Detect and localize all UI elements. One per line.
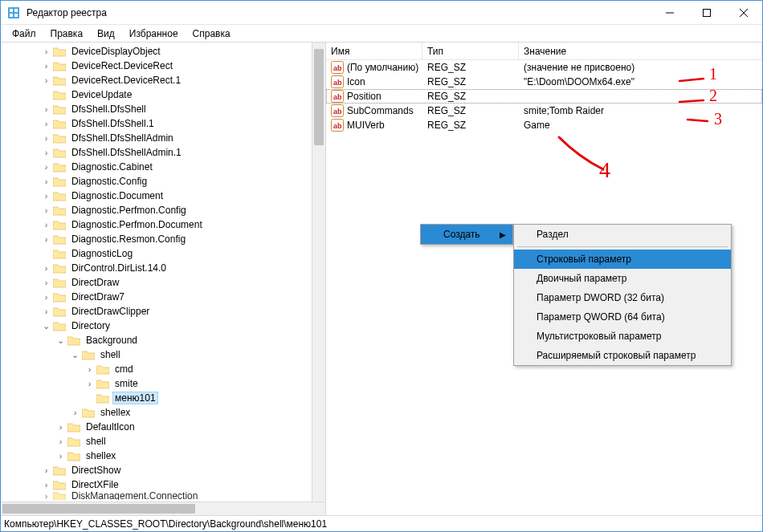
tree-item-label: меню101	[112, 392, 158, 404]
expand-icon[interactable]: ›	[41, 492, 51, 500]
tree-item[interactable]: ⌄Directory	[1, 319, 325, 333]
menu-help[interactable]: Справка	[186, 26, 237, 41]
tree-item[interactable]: ⌄shell	[1, 347, 325, 362]
folder-icon	[53, 132, 66, 144]
tree-item[interactable]: ›DirectDrawClipper	[1, 304, 325, 319]
menu-file[interactable]: Файл	[6, 26, 43, 41]
tree-vscroll-thumb[interactable]	[314, 49, 324, 145]
context-menu-new: Создать ▶	[420, 224, 513, 245]
value-row[interactable]: (По умолчанию)REG_SZ(значение не присвое…	[326, 60, 762, 75]
menu-edit[interactable]: Правка	[44, 26, 90, 41]
menu-fav[interactable]: Избранное	[123, 26, 185, 41]
tree-item[interactable]: ›DirectXFile	[1, 477, 325, 492]
ctx-new-binary[interactable]: Двоичный параметр	[514, 269, 731, 288]
folder-icon	[53, 89, 66, 100]
expand-icon[interactable]: ›	[41, 263, 51, 274]
value-row[interactable]: SubCommandsREG_SZsmite;Tomb Raider	[326, 104, 762, 118]
expand-icon[interactable]: ›	[41, 119, 51, 129]
collapse-icon[interactable]: ⌄	[55, 335, 66, 346]
tree-item[interactable]: ›Diagnostic.Resmon.Config	[1, 232, 325, 246]
ctx-new-string[interactable]: Строковый параметр	[514, 250, 731, 269]
expand-icon[interactable]: ›	[84, 364, 95, 375]
tree-item[interactable]: ›DirectShow	[1, 463, 325, 477]
expand-icon[interactable]: ›	[84, 379, 95, 389]
tree-hscrollbar[interactable]	[1, 502, 325, 515]
tree-item[interactable]: ›smite	[1, 376, 325, 391]
expand-icon[interactable]: ›	[41, 191, 51, 201]
expand-icon[interactable]: ›	[70, 408, 80, 418]
value-name: Icon	[347, 76, 365, 87]
tree-item[interactable]: ›DirectDraw7	[1, 290, 325, 304]
col-name[interactable]: Имя	[326, 43, 422, 59]
menu-view[interactable]: Вид	[91, 26, 121, 41]
value-row[interactable]: IconREG_SZ"E:\Doom\DOOMx64.exe"	[326, 75, 762, 89]
tree-item[interactable]: ›DfsShell.DfsShellAdmin	[1, 131, 325, 145]
tree-item[interactable]: ›Diagnostic.Perfmon.Config	[1, 203, 325, 217]
tree-item[interactable]: ›DeviceDisplayObject	[1, 44, 325, 59]
ctx-new-expandsz[interactable]: Расширяемый строковый параметр	[514, 346, 731, 365]
expand-icon[interactable]: ›	[55, 422, 66, 433]
expand-icon[interactable]: ›	[41, 205, 51, 216]
expand-icon[interactable]: ›	[41, 307, 51, 317]
expand-icon[interactable]: ›	[41, 133, 51, 144]
tree-item[interactable]: меню101	[1, 391, 325, 405]
value-row[interactable]: MUIVerbREG_SZGame	[326, 118, 762, 132]
tree-item[interactable]: ›Diagnostic.Perfmon.Document	[1, 217, 325, 232]
registry-tree[interactable]: ›DeviceDisplayObject›DeviceRect.DeviceRe…	[1, 43, 325, 502]
tree-hscroll-thumb[interactable]	[2, 504, 195, 514]
expand-icon[interactable]: ›	[55, 451, 66, 461]
tree-item[interactable]: ⌄Background	[1, 333, 325, 347]
tree-item[interactable]: ›DirControl.DirList.14.0	[1, 261, 325, 275]
tree-item[interactable]: ›shellex	[1, 405, 325, 420]
close-button[interactable]	[725, 1, 762, 24]
expand-icon[interactable]: ›	[41, 292, 51, 303]
tree-item[interactable]: DiagnosticLog	[1, 246, 325, 261]
maximize-button[interactable]	[688, 1, 725, 24]
expand-icon[interactable]: ›	[41, 162, 51, 173]
ctx-new-qword[interactable]: Параметр QWORD (64 бита)	[514, 307, 731, 327]
tree-vscrollbar[interactable]	[312, 43, 325, 502]
collapse-icon[interactable]: ⌄	[70, 350, 80, 360]
expand-icon[interactable]: ›	[41, 480, 51, 490]
expand-icon[interactable]: ›	[55, 437, 66, 447]
tree-item[interactable]: ›shellex	[1, 449, 325, 463]
tree-item[interactable]: ›Diagnostic.Config	[1, 174, 325, 189]
tree-item[interactable]: ›DiskManagement.Connection	[1, 492, 325, 500]
tree-item[interactable]: ›DirectDraw	[1, 275, 325, 290]
expand-icon[interactable]: ›	[41, 75, 51, 86]
col-value[interactable]: Значение	[519, 43, 762, 59]
expand-icon[interactable]: ›	[41, 465, 51, 476]
collapse-icon[interactable]: ⌄	[41, 321, 51, 331]
tree-item[interactable]: ›DfsShell.DfsShell.1	[1, 116, 325, 131]
ctx-create[interactable]: Создать ▶	[421, 225, 512, 244]
expand-icon[interactable]: ›	[41, 220, 51, 230]
expand-icon[interactable]: ›	[41, 234, 51, 245]
tree-item[interactable]: ›cmd	[1, 362, 325, 376]
col-type[interactable]: Тип	[422, 43, 519, 59]
ctx-new-key[interactable]: Раздел	[514, 225, 731, 244]
value-row[interactable]: PositionREG_SZ	[326, 89, 762, 104]
expand-icon[interactable]: ›	[41, 278, 51, 288]
tree-item[interactable]: ›DeviceRect.DeviceRect.1	[1, 73, 325, 87]
expand-icon[interactable]: ›	[41, 47, 51, 57]
minimize-button[interactable]	[651, 1, 688, 24]
string-value-icon	[331, 61, 344, 74]
tree-item[interactable]: ›Diagnostic.Document	[1, 189, 325, 203]
value-data-cell: "E:\Doom\DOOMx64.exe"	[519, 75, 762, 89]
tree-item[interactable]: ›DefaultIcon	[1, 420, 325, 434]
tree-item-label: DfsShell.DfsShellAdmin	[69, 132, 176, 144]
ctx-new-dword[interactable]: Параметр DWORD (32 бита)	[514, 288, 731, 307]
tree-item[interactable]: ›Diagnostic.Cabinet	[1, 160, 325, 174]
tree-item[interactable]: DeviceUpdate	[1, 87, 325, 102]
expand-icon[interactable]: ›	[41, 148, 51, 158]
expand-icon[interactable]: ›	[41, 177, 51, 187]
expand-icon[interactable]: ›	[41, 61, 51, 71]
expand-icon[interactable]: ›	[41, 104, 51, 115]
folder-icon	[53, 60, 66, 71]
tree-item[interactable]: ›DeviceRect.DeviceRect	[1, 59, 325, 73]
folder-icon	[53, 248, 66, 259]
ctx-new-multisz[interactable]: Мультистроковый параметр	[514, 327, 731, 346]
tree-item[interactable]: ›DfsShell.DfsShellAdmin.1	[1, 145, 325, 160]
tree-item[interactable]: ›shell	[1, 434, 325, 449]
tree-item[interactable]: ›DfsShell.DfsShell	[1, 102, 325, 116]
